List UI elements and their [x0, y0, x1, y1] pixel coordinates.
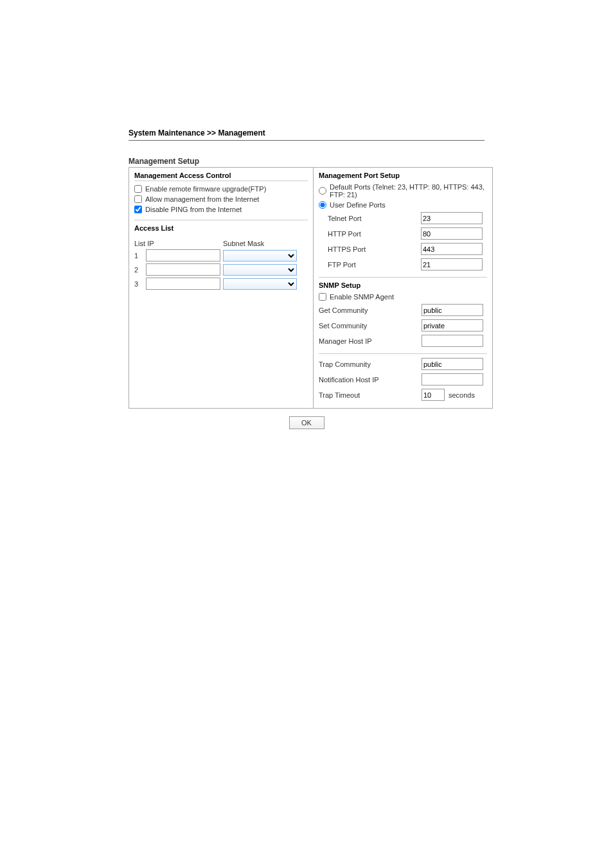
- telnet-port-row: Telnet Port: [319, 212, 487, 224]
- subnet-mask-label: Subnet Mask: [223, 240, 264, 247]
- notification-host-row: Notification Host IP: [319, 373, 487, 385]
- https-port-row: HTTPS Port: [319, 243, 487, 255]
- default-ports-radio[interactable]: [319, 187, 326, 195]
- access-list-row-1: 1: [134, 249, 308, 261]
- list-ip-input-3[interactable]: [146, 278, 220, 290]
- ftp-port-label: FTP Port: [319, 261, 421, 269]
- access-list-header: Access List: [134, 224, 308, 232]
- user-define-row: User Define Ports: [319, 201, 487, 209]
- user-define-radio[interactable]: [319, 201, 326, 209]
- enable-firmware-row: Enable remote firmware upgrade(FTP): [134, 185, 308, 193]
- get-community-row: Get Community: [319, 304, 487, 316]
- ftp-port-row: FTP Port: [319, 258, 487, 270]
- breadcrumb: System Maintenance >> Management: [129, 128, 484, 141]
- enable-firmware-checkbox[interactable]: [134, 185, 142, 193]
- https-port-label: HTTPS Port: [319, 245, 421, 253]
- subnet-mask-select-2[interactable]: [223, 264, 297, 276]
- subnet-mask-select-1[interactable]: [223, 250, 297, 261]
- setup-table: Management Access Control Enable remote …: [129, 167, 493, 409]
- list-ip-input-1[interactable]: [146, 249, 220, 261]
- row-index: 3: [134, 280, 146, 288]
- enable-snmp-checkbox[interactable]: [319, 293, 326, 301]
- default-ports-label: Default Ports (Telnet: 23, HTTP: 80, HTT…: [330, 183, 487, 199]
- access-control-header: Management Access Control: [134, 172, 308, 181]
- manager-host-input[interactable]: [422, 335, 483, 347]
- trap-community-row: Trap Community: [319, 358, 487, 370]
- left-column: Management Access Control Enable remote …: [129, 168, 314, 408]
- disable-ping-label: Disable PING from the Internet: [145, 206, 242, 213]
- get-community-input[interactable]: [422, 304, 483, 316]
- disable-ping-row: Disable PING from the Internet: [134, 206, 308, 213]
- http-port-row: HTTP Port: [319, 227, 487, 240]
- set-community-label: Set Community: [319, 322, 422, 330]
- snmp-setup-header: SNMP Setup: [319, 281, 487, 289]
- list-ip-input-2[interactable]: [146, 263, 220, 276]
- allow-management-row: Allow management from the Internet: [134, 195, 308, 203]
- ftp-port-input[interactable]: [421, 258, 483, 270]
- disable-ping-checkbox[interactable]: [134, 206, 142, 213]
- telnet-port-label: Telnet Port: [319, 215, 421, 222]
- https-port-input[interactable]: [421, 243, 483, 255]
- list-ip-label: List IP: [134, 240, 223, 247]
- enable-snmp-row: Enable SNMP Agent: [319, 293, 487, 301]
- set-community-row: Set Community: [319, 319, 487, 332]
- ok-button[interactable]: OK: [289, 416, 324, 429]
- trap-timeout-input[interactable]: [422, 389, 445, 401]
- default-ports-row: Default Ports (Telnet: 23, HTTP: 80, HTT…: [319, 183, 487, 199]
- enable-snmp-label: Enable SNMP Agent: [330, 293, 394, 301]
- notification-host-label: Notification Host IP: [319, 376, 422, 384]
- row-index: 1: [134, 252, 146, 260]
- allow-management-checkbox[interactable]: [134, 195, 142, 203]
- access-list-row-2: 2: [134, 263, 308, 276]
- trap-community-label: Trap Community: [319, 360, 422, 368]
- http-port-label: HTTP Port: [319, 230, 421, 238]
- get-community-label: Get Community: [319, 306, 422, 314]
- notification-host-input[interactable]: [422, 373, 483, 385]
- trap-community-input[interactable]: [422, 358, 483, 370]
- row-index: 2: [134, 266, 146, 274]
- port-setup-header: Management Port Setup: [319, 172, 487, 179]
- telnet-port-input[interactable]: [421, 212, 483, 224]
- enable-firmware-label: Enable remote firmware upgrade(FTP): [145, 185, 266, 193]
- seconds-label: seconds: [449, 391, 475, 399]
- user-define-label: User Define Ports: [330, 201, 386, 209]
- right-column: Management Port Setup Default Ports (Tel…: [314, 168, 492, 408]
- manager-host-label: Manager Host IP: [319, 337, 422, 345]
- setup-title: Management Setup: [129, 157, 484, 166]
- trap-timeout-label: Trap Timeout: [319, 391, 422, 399]
- subnet-mask-select-3[interactable]: [223, 278, 297, 290]
- set-community-input[interactable]: [422, 319, 483, 332]
- allow-management-label: Allow management from the Internet: [145, 195, 259, 203]
- access-list-row-3: 3: [134, 278, 308, 290]
- access-list-columns: List IP Subnet Mask: [134, 240, 308, 247]
- http-port-input[interactable]: [421, 227, 483, 240]
- trap-timeout-row: Trap Timeout seconds: [319, 389, 487, 401]
- manager-host-row: Manager Host IP: [319, 335, 487, 347]
